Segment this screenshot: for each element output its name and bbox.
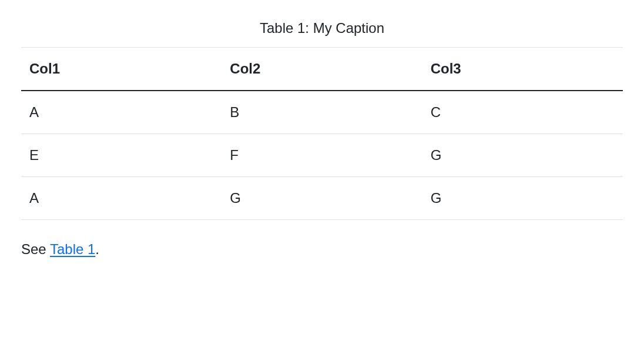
table-row: A B C (21, 91, 623, 134)
table-cell: A (21, 91, 222, 134)
table-row: E F G (21, 134, 623, 177)
table-cell: B (222, 91, 422, 134)
col-header: Col1 (21, 48, 222, 91)
table-cell: C (422, 91, 623, 134)
table-container: Table 1: My Caption Col1 Col2 Col3 A B C… (21, 18, 623, 220)
table-cell: E (21, 134, 222, 177)
table-cell: F (222, 134, 422, 177)
table-reference-link[interactable]: Table 1 (50, 241, 95, 257)
reference-prefix: See (21, 241, 50, 257)
col-header: Col2 (222, 48, 422, 91)
table-header-row: Col1 Col2 Col3 (21, 48, 623, 91)
col-header: Col3 (422, 48, 623, 91)
reference-paragraph: See Table 1. (21, 239, 623, 260)
data-table: Col1 Col2 Col3 A B C E F G A G G (21, 47, 623, 220)
table-caption: Table 1: My Caption (21, 18, 623, 47)
table-row: A G G (21, 177, 623, 220)
reference-suffix: . (95, 241, 99, 257)
table-cell: A (21, 177, 222, 220)
table-cell: G (422, 177, 623, 220)
table-cell: G (222, 177, 422, 220)
table-cell: G (422, 134, 623, 177)
